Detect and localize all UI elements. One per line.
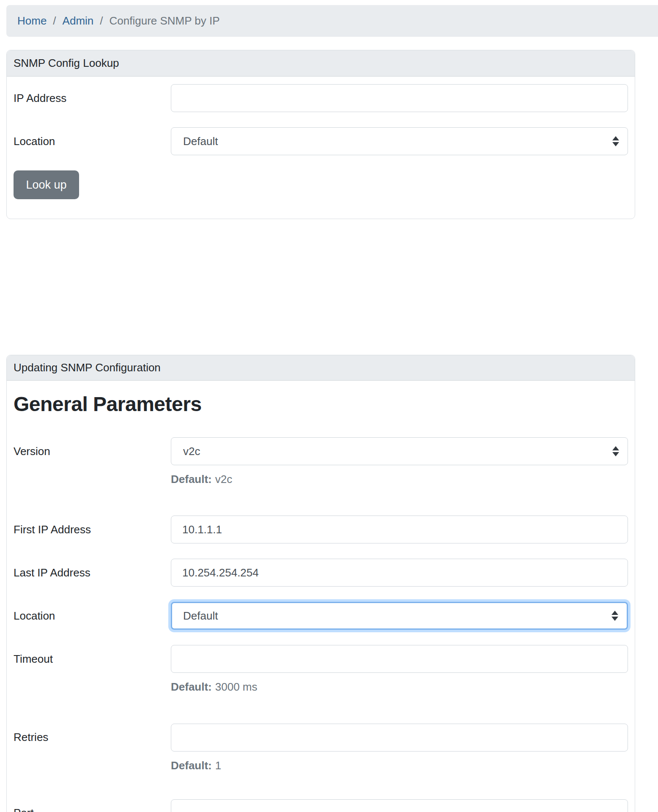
port-label: Port bbox=[14, 799, 171, 812]
lookup-panel-title: SNMP Config Lookup bbox=[14, 57, 119, 69]
retries-row: Retries Default:1 bbox=[14, 724, 628, 772]
version-label: Version bbox=[14, 437, 171, 465]
port-input[interactable] bbox=[171, 799, 628, 812]
config-panel-title: Updating SNMP Configuration bbox=[14, 361, 161, 374]
general-parameters-heading: General Parameters bbox=[14, 392, 628, 416]
select-caret-icon bbox=[612, 446, 619, 456]
version-select[interactable]: v2c bbox=[171, 437, 628, 465]
version-row: Version v2c Default:v2c bbox=[14, 437, 628, 486]
select-caret-icon bbox=[611, 611, 618, 621]
lookup-location-selected-value: Default bbox=[183, 135, 218, 148]
first-ip-input[interactable] bbox=[171, 516, 628, 543]
version-default-hint: Default:v2c bbox=[171, 473, 628, 486]
retries-input[interactable] bbox=[171, 724, 628, 752]
breadcrumb-separator: / bbox=[53, 14, 56, 27]
lookup-location-label: Location bbox=[14, 127, 171, 155]
port-row: Port bbox=[14, 799, 628, 812]
lookup-button[interactable]: Look up bbox=[14, 170, 79, 199]
ip-address-label: IP Address bbox=[14, 84, 171, 112]
ip-address-row: IP Address bbox=[14, 84, 628, 112]
config-location-selected-value: Default bbox=[183, 609, 218, 623]
retries-default-hint: Default:1 bbox=[171, 759, 628, 772]
version-selected-value: v2c bbox=[183, 445, 200, 458]
config-panel-header: Updating SNMP Configuration bbox=[7, 355, 635, 381]
lookup-panel-header: SNMP Config Lookup bbox=[7, 50, 635, 77]
breadcrumb-link-home[interactable]: Home bbox=[17, 14, 47, 27]
breadcrumb-separator: / bbox=[100, 14, 103, 27]
first-ip-row: First IP Address bbox=[14, 516, 628, 543]
breadcrumb-current-page: Configure SNMP by IP bbox=[110, 14, 220, 27]
lookup-panel-body: IP Address Location Default Look up bbox=[7, 77, 635, 219]
updating-snmp-configuration-panel: Updating SNMP Configuration General Para… bbox=[6, 355, 635, 812]
breadcrumb: Home / Admin / Configure SNMP by IP bbox=[6, 5, 658, 37]
last-ip-label: Last IP Address bbox=[14, 559, 171, 587]
breadcrumb-link-admin[interactable]: Admin bbox=[63, 14, 94, 27]
ip-address-input[interactable] bbox=[171, 84, 628, 112]
timeout-row: Timeout Default:3000 ms bbox=[14, 645, 628, 694]
config-panel-body: General Parameters Version v2c Default:v… bbox=[7, 381, 635, 812]
timeout-default-hint: Default:3000 ms bbox=[171, 680, 628, 694]
first-ip-label: First IP Address bbox=[14, 516, 171, 543]
select-caret-icon bbox=[612, 136, 619, 146]
retries-label: Retries bbox=[14, 724, 171, 752]
timeout-input[interactable] bbox=[171, 645, 628, 673]
lookup-location-select[interactable]: Default bbox=[171, 127, 628, 155]
snmp-config-lookup-panel: SNMP Config Lookup IP Address Location D… bbox=[6, 50, 635, 219]
config-location-label: Location bbox=[14, 602, 171, 630]
config-location-row: Location Default bbox=[14, 602, 628, 630]
last-ip-row: Last IP Address bbox=[14, 559, 628, 587]
timeout-label: Timeout bbox=[14, 645, 171, 673]
last-ip-input[interactable] bbox=[171, 559, 628, 587]
lookup-location-row: Location Default bbox=[14, 127, 628, 155]
config-location-select[interactable]: Default bbox=[171, 602, 628, 630]
